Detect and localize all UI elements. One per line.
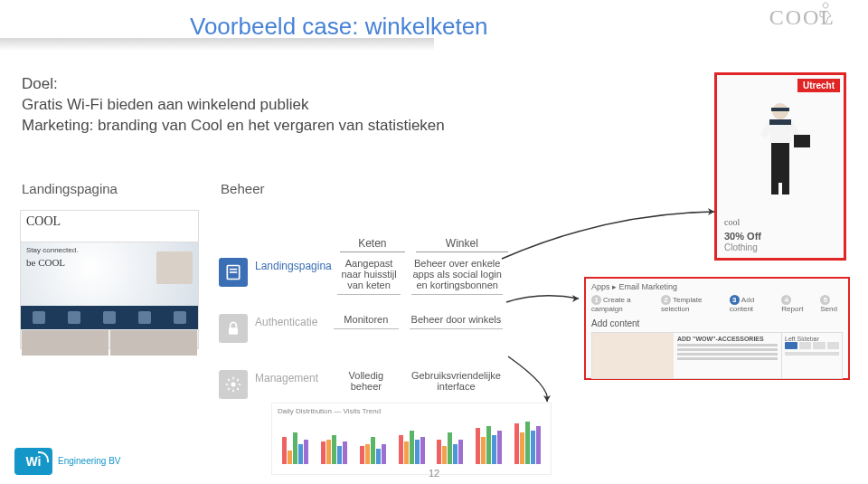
arrow-icon <box>506 351 579 405</box>
cell-winkel: Gebruiksvriendelijke interface <box>404 370 508 392</box>
mail-preview-image <box>592 333 674 378</box>
lp-tagline: Stay connected. <box>26 246 78 254</box>
svg-rect-12 <box>794 135 810 147</box>
page-number: 12 <box>429 468 439 479</box>
table-row: Authenticatie Monitoren Beheer door wink… <box>219 314 508 357</box>
svg-rect-10 <box>771 182 778 195</box>
cell-keten: Monitoren <box>328 314 404 329</box>
lock-icon <box>219 314 248 343</box>
cell-winkel: Beheer over enkele apps als social login… <box>406 258 508 295</box>
mail-sidebar-label: Left Sidebar <box>785 336 839 342</box>
footer-logo-text: Engineering BV <box>58 457 121 466</box>
row-label: Landingspagina <box>255 258 332 272</box>
email-marketing-box: Apps ▸ Email Marketing 1Create a campaig… <box>584 277 850 380</box>
promo-category: Clothing <box>724 242 758 252</box>
footer-logo-mark: Wi <box>14 448 52 475</box>
lp-hero-card <box>156 251 193 284</box>
svg-rect-11 <box>782 182 789 195</box>
promo-brand: cool <box>724 217 740 227</box>
mail-steps: 1Create a campaign 2Template selection 3… <box>586 295 848 313</box>
brand-logo: COOL <box>769 5 835 30</box>
mail-preview: ADD "WOW"-ACCESSORIES Left Sidebar <box>591 332 843 379</box>
mail-heading: Add content <box>586 313 848 330</box>
landingpage-thumbnail: COOL Stay connected. be COOL <box>20 210 199 349</box>
chart-title: Daily Distribution — Visits Trend <box>278 407 545 415</box>
section-heads: Landingspagina Beheer <box>22 181 264 196</box>
chart-bars <box>278 419 545 464</box>
lp-footer-images <box>21 329 198 356</box>
arrow-icon <box>497 204 723 268</box>
goal-block: Doel: Gratis Wi-Fi bieden aan winkelend … <box>22 74 445 137</box>
row-label: Management <box>255 370 328 384</box>
promo-box: Utrecht cool 30% Off Clothing <box>714 72 846 261</box>
management-table: Keten Winkel Landingspagina Aangepast na… <box>219 237 508 426</box>
mail-step: 4Report <box>781 295 807 313</box>
mail-headline: ADD "WOW"-ACCESSORIES <box>677 336 778 342</box>
svg-rect-8 <box>769 119 791 125</box>
title-bar: Voorbeeld case: winkelketen <box>0 13 868 49</box>
page-icon <box>219 258 248 287</box>
mail-step: 1Create a campaign <box>591 295 648 313</box>
cell-winkel: Beheer door winkels <box>404 314 508 329</box>
mail-step: 2Template selection <box>661 295 717 313</box>
col-keten: Keten <box>340 237 405 252</box>
row-label: Authenticatie <box>255 314 328 328</box>
cell-keten: Volledig beheer <box>328 370 404 392</box>
mail-breadcrumb: Apps ▸ Email Marketing <box>586 279 848 295</box>
lp-hero-text: be COOL <box>26 257 65 268</box>
brand-figure-icon <box>812 0 839 27</box>
svg-point-4 <box>231 383 236 387</box>
goal-heading: Doel: <box>22 74 445 95</box>
svg-rect-6 <box>771 108 789 111</box>
promo-offer: 30% Off <box>724 231 761 242</box>
svg-rect-9 <box>771 143 789 183</box>
lp-icon-row <box>21 306 198 329</box>
arrow-icon <box>505 289 586 317</box>
slide-title: Voorbeeld case: winkelketen <box>190 13 488 41</box>
svg-rect-3 <box>229 327 238 335</box>
mail-step: 3Add content <box>730 295 769 313</box>
goal-line2: Marketing: branding van Cool en het verg… <box>22 116 445 137</box>
section-landingspagina: Landingspagina <box>22 181 118 196</box>
lp-hero: Stay connected. be COOL <box>21 242 198 306</box>
gear-icon <box>219 370 248 399</box>
mail-step: 5Send <box>820 295 843 313</box>
col-winkel: Winkel <box>416 237 508 252</box>
promo-location: Utrecht <box>797 79 840 92</box>
cell-keten: Aangepast naar huisstijl van keten <box>332 258 407 295</box>
mail-format-buttons <box>785 342 839 349</box>
section-beheer: Beheer <box>221 181 264 196</box>
mail-preview-text: ADD "WOW"-ACCESSORIES <box>674 333 781 378</box>
daily-distribution-chart: Daily Distribution — Visits Trend <box>271 403 552 475</box>
table-head: Keten Winkel <box>340 237 508 252</box>
goal-line1: Gratis Wi-Fi bieden aan winkelend publie… <box>22 95 445 116</box>
fashion-figure-icon <box>744 99 816 207</box>
table-row: Landingspagina Aangepast naar huisstijl … <box>219 258 508 301</box>
lp-logo: COOL <box>21 211 198 242</box>
footer-logo: Wi Engineering BV <box>14 448 121 475</box>
mail-sidebar: Left Sidebar <box>781 333 842 378</box>
